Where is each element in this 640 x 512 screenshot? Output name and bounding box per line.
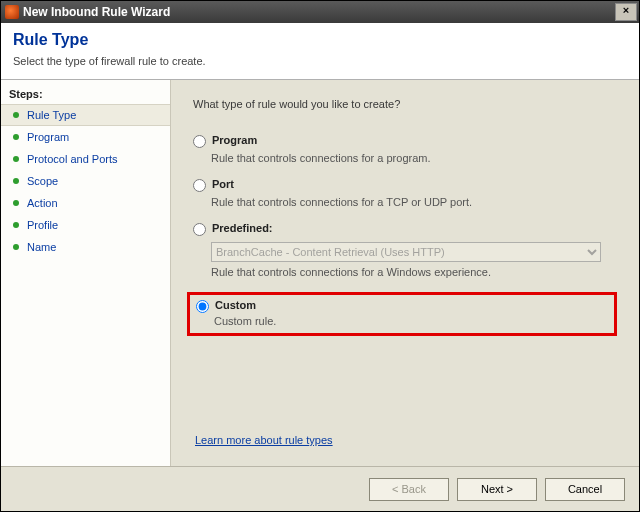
wizard-window: New Inbound Rule Wizard × Rule Type Sele… — [0, 0, 640, 512]
step-label: Action — [27, 197, 58, 209]
bullet-icon — [13, 222, 19, 228]
predefined-select[interactable]: BranchCache - Content Retrieval (Uses HT… — [211, 242, 601, 262]
option-custom-title: Custom — [215, 299, 256, 311]
footer: < Back Next > Cancel — [1, 466, 639, 511]
option-port[interactable]: Port — [193, 178, 617, 192]
next-button[interactable]: Next > — [457, 478, 537, 501]
step-action[interactable]: Action — [1, 192, 170, 214]
step-name[interactable]: Name — [1, 236, 170, 258]
step-label: Profile — [27, 219, 58, 231]
option-port-desc: Rule that controls connections for a TCP… — [211, 196, 617, 208]
step-label: Name — [27, 241, 56, 253]
bullet-icon — [13, 112, 19, 118]
option-program[interactable]: Program — [193, 134, 617, 148]
step-rule-type[interactable]: Rule Type — [1, 104, 170, 126]
body: Steps: Rule Type Program Protocol and Po… — [1, 80, 639, 466]
window-title: New Inbound Rule Wizard — [23, 5, 615, 19]
step-label: Program — [27, 131, 69, 143]
close-button[interactable]: × — [615, 3, 637, 21]
bullet-icon — [13, 134, 19, 140]
page-title: Rule Type — [13, 31, 627, 49]
option-predefined-title: Predefined: — [212, 222, 273, 234]
step-label: Rule Type — [27, 109, 76, 121]
bullet-icon — [13, 178, 19, 184]
step-label: Protocol and Ports — [27, 153, 118, 165]
steps-sidebar: Steps: Rule Type Program Protocol and Po… — [1, 80, 171, 466]
option-predefined-desc: Rule that controls connections for a Win… — [211, 266, 617, 278]
radio-program[interactable] — [193, 135, 206, 148]
radio-predefined[interactable] — [193, 223, 206, 236]
titlebar: New Inbound Rule Wizard × — [1, 1, 639, 23]
radio-port[interactable] — [193, 179, 206, 192]
option-custom-desc: Custom rule. — [214, 315, 608, 327]
bullet-icon — [13, 200, 19, 206]
option-custom[interactable]: Custom — [196, 299, 608, 313]
step-scope[interactable]: Scope — [1, 170, 170, 192]
step-protocol-ports[interactable]: Protocol and Ports — [1, 148, 170, 170]
step-profile[interactable]: Profile — [1, 214, 170, 236]
step-label: Scope — [27, 175, 58, 187]
custom-highlight: Custom Custom rule. — [187, 292, 617, 336]
back-button[interactable]: < Back — [369, 478, 449, 501]
steps-title: Steps: — [1, 86, 170, 104]
step-program[interactable]: Program — [1, 126, 170, 148]
learn-more-link[interactable]: Learn more about rule types — [195, 434, 617, 446]
header: Rule Type Select the type of firewall ru… — [1, 23, 639, 80]
option-predefined[interactable]: Predefined: — [193, 222, 617, 236]
prompt-text: What type of rule would you like to crea… — [193, 98, 617, 110]
radio-custom[interactable] — [196, 300, 209, 313]
content-pane: What type of rule would you like to crea… — [171, 80, 639, 466]
page-subtitle: Select the type of firewall rule to crea… — [13, 55, 627, 67]
option-port-title: Port — [212, 178, 234, 190]
bullet-icon — [13, 244, 19, 250]
firewall-icon — [5, 5, 19, 19]
option-program-desc: Rule that controls connections for a pro… — [211, 152, 617, 164]
option-program-title: Program — [212, 134, 257, 146]
bullet-icon — [13, 156, 19, 162]
cancel-button[interactable]: Cancel — [545, 478, 625, 501]
